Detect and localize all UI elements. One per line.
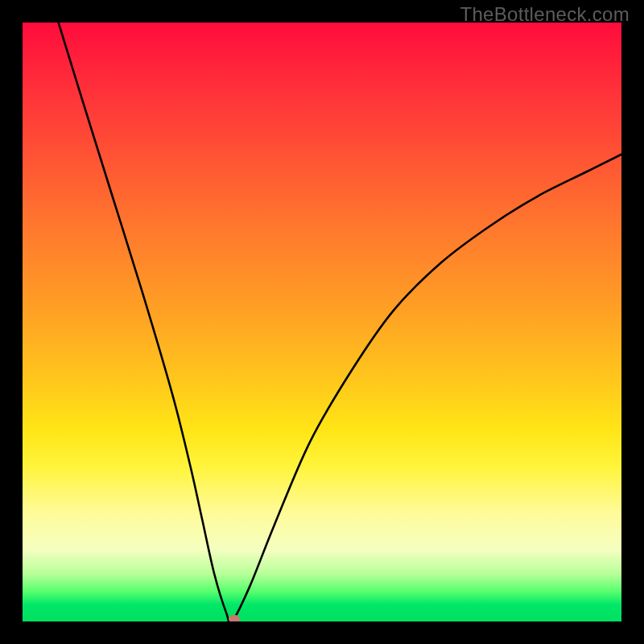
watermark-text: TheBottleneck.com: [460, 3, 630, 26]
plot-area: [23, 23, 621, 621]
bottleneck-curve: [23, 23, 621, 621]
chart-frame: TheBottleneck.com: [0, 0, 644, 644]
optimum-marker: [229, 615, 240, 621]
